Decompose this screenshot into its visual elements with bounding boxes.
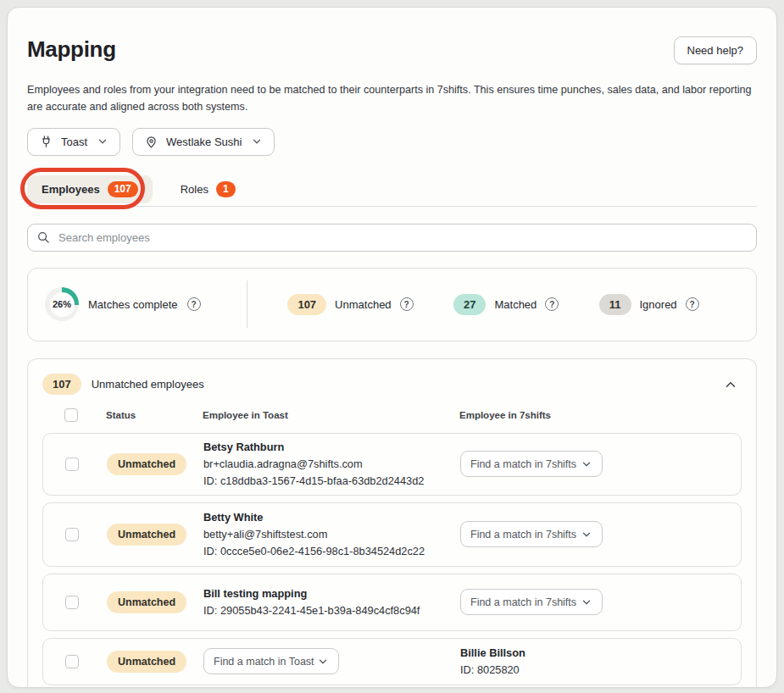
select-all-checkbox[interactable] xyxy=(64,408,78,422)
chevron-down-icon xyxy=(581,529,592,541)
ignored-count-badge: 11 xyxy=(599,294,631,315)
tab-employees-label: Employees xyxy=(42,183,100,196)
employee-id: ID: c18ddba3-1567-4d15-bfaa-63db2d2443d2 xyxy=(203,473,460,490)
row-checkbox[interactable] xyxy=(65,528,79,541)
progress-percent: 26% xyxy=(50,292,75,317)
ignored-stat: 11 Ignored ? xyxy=(599,294,699,315)
matched-stat: 27 Matched ? xyxy=(453,294,559,315)
integration-label: Toast xyxy=(61,136,87,148)
find-match-7shifts-dropdown[interactable]: Find a match in 7shifts xyxy=(460,589,603,615)
page-header: Mapping Need help? xyxy=(27,36,757,64)
unmatched-stat: 107 Unmatched ? xyxy=(287,294,413,315)
column-header-status: Status xyxy=(106,410,203,420)
chevron-down-icon xyxy=(251,136,263,147)
mapping-page-card: Mapping Need help? Employees and roles f… xyxy=(7,7,777,688)
unmatched-count-badge: 107 xyxy=(287,294,326,315)
employee-name: Betsy Rathburn xyxy=(203,439,460,456)
chevron-down-icon xyxy=(581,458,592,470)
employee-email: betty+ali@7shiftstest.com xyxy=(203,526,460,543)
find-match-label: Find a match in 7shifts xyxy=(470,458,576,470)
section-header: 107 Unmatched employees xyxy=(42,372,742,397)
matches-complete-stat: 26% Matches complete ? xyxy=(45,287,247,321)
page-title: Mapping xyxy=(27,36,116,63)
chevron-down-icon xyxy=(581,596,592,608)
employee-id: ID: 29055b43-2241-45e1-b39a-849c4cf8c94f xyxy=(203,602,460,619)
table-row: Unmatched Find a match in Toast Billie B… xyxy=(42,638,742,685)
employee-name: Betty White xyxy=(203,509,460,526)
find-match-label: Find a match in 7shifts xyxy=(470,596,576,608)
row-checkbox[interactable] xyxy=(65,655,79,668)
help-icon[interactable]: ? xyxy=(545,297,559,311)
location-dropdown[interactable]: Westlake Sushi xyxy=(132,128,275,156)
find-match-7shifts-dropdown[interactable]: Find a match in 7shifts xyxy=(460,451,603,477)
employee-name: Bill testing mapping xyxy=(203,585,460,602)
unmatched-employees-card: 107 Unmatched employees Status Employee … xyxy=(27,358,757,688)
need-help-button[interactable]: Need help? xyxy=(674,36,758,64)
help-icon[interactable]: ? xyxy=(187,297,201,311)
matched-label: Matched xyxy=(494,298,537,311)
unmatched-label: Unmatched xyxy=(335,298,391,311)
employee-name: Billie Billson xyxy=(460,645,741,662)
find-match-label: Find a match in Toast xyxy=(214,656,314,668)
tab-employees[interactable]: Employees 107 xyxy=(27,175,153,203)
matches-complete-label: Matches complete xyxy=(88,298,178,311)
find-match-toast-dropdown[interactable]: Find a match in Toast xyxy=(203,648,339,674)
location-pin-icon xyxy=(144,135,158,149)
employee-id: ID: 0ccce5e0-06e2-4156-98c1-8b34524d2c22 xyxy=(203,543,460,560)
ignored-label: Ignored xyxy=(640,298,677,311)
find-match-label: Find a match in 7shifts xyxy=(470,529,576,541)
filter-bar: Toast Westlake Sushi xyxy=(27,128,757,156)
table-row: Unmatched Betty White betty+ali@7shiftst… xyxy=(42,502,742,567)
help-icon[interactable]: ? xyxy=(400,297,414,311)
row-checkbox[interactable] xyxy=(65,457,79,471)
table-row: Unmatched Betsy Rathburn br+claudia.adra… xyxy=(42,433,742,496)
integration-dropdown[interactable]: Toast xyxy=(27,128,120,156)
matched-count-badge: 27 xyxy=(453,294,486,315)
chevron-down-icon xyxy=(97,136,108,147)
find-match-7shifts-dropdown[interactable]: Find a match in 7shifts xyxy=(460,521,603,547)
search-bar xyxy=(27,224,757,252)
help-icon[interactable]: ? xyxy=(686,297,699,311)
section-count-badge: 107 xyxy=(42,374,81,395)
status-badge: Unmatched xyxy=(107,591,186,613)
chevron-up-icon xyxy=(723,377,738,392)
column-header-7shifts: Employee in 7shifts xyxy=(459,410,742,420)
tab-roles-label: Roles xyxy=(181,183,209,196)
match-stats-card: 26% Matches complete ? 107 Unmatched ? 2… xyxy=(27,268,757,341)
search-input[interactable] xyxy=(58,225,748,251)
chevron-down-icon xyxy=(317,656,329,668)
status-badge: Unmatched xyxy=(107,651,186,673)
collapse-section-button[interactable] xyxy=(720,374,742,396)
table-row: Unmatched Bill testing mapping ID: 29055… xyxy=(42,574,742,631)
progress-ring: 26% xyxy=(45,287,79,321)
employee-email: br+claudia.adragna@7shifts.com xyxy=(203,456,460,473)
page-description: Employees and roles from your integratio… xyxy=(27,81,757,116)
status-badge: Unmatched xyxy=(107,453,186,475)
tab-bar: Employees 107 Roles 1 xyxy=(27,175,757,207)
status-badge: Unmatched xyxy=(107,524,186,546)
column-header-toast: Employee in Toast xyxy=(203,410,459,420)
search-icon xyxy=(36,230,51,245)
tab-roles[interactable]: Roles 1 xyxy=(166,175,250,203)
section-title: Unmatched employees xyxy=(92,378,204,391)
employees-count-badge: 107 xyxy=(108,181,138,197)
employee-id: ID: 8025820 xyxy=(460,662,741,679)
row-checkbox[interactable] xyxy=(65,596,79,609)
stat-groups: 107 Unmatched ? 27 Matched ? 11 Ignored … xyxy=(247,294,739,315)
table-header: Status Employee in Toast Employee in 7sh… xyxy=(42,397,742,433)
plug-icon xyxy=(39,135,53,149)
roles-count-badge: 1 xyxy=(216,181,236,197)
location-label: Westlake Sushi xyxy=(166,136,242,148)
